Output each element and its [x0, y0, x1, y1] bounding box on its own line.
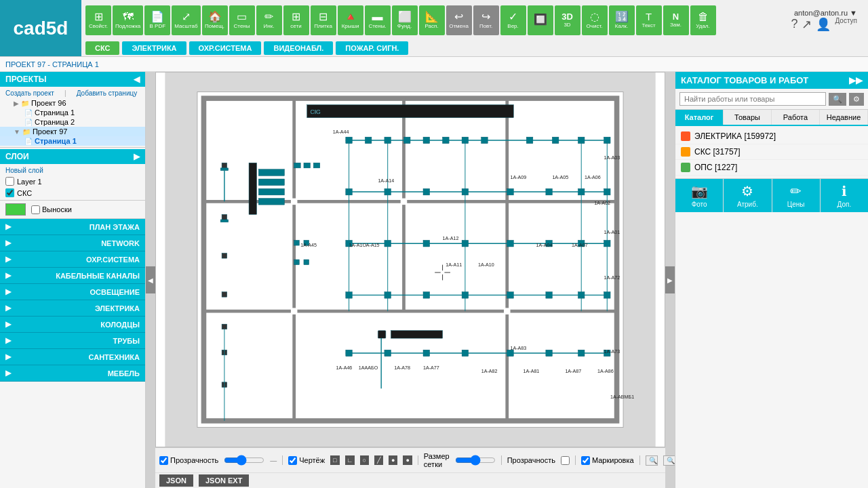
svg-rect-83 — [258, 169, 284, 176]
section-plan[interactable]: ▶ПЛАН ЭТАЖА — [0, 219, 145, 235]
color-picker[interactable] — [5, 203, 26, 216]
tb-ver[interactable]: ✓Вер. — [500, 5, 526, 35]
tab-sks[interactable]: СКС — [85, 41, 119, 55]
action-tseny[interactable]: ✏ Цены — [772, 179, 821, 212]
section-kabel[interactable]: ▶КАБЕЛЬНЫЕ КАНАЛЫ — [0, 268, 145, 284]
floorplan[interactable]: CIG — [155, 72, 665, 447]
catalog-item-ops[interactable]: ОПС [1227] — [675, 160, 868, 176]
tree-str1[interactable]: 📄 Страница 1 — [0, 108, 145, 117]
tb-kalk[interactable]: 🔢Калк. — [609, 5, 635, 35]
tb-otmena[interactable]: ↩Отмена — [446, 5, 472, 35]
tree-proj96[interactable]: ▶ 📁 Проект 96 — [0, 98, 145, 108]
search-plus-button[interactable]: 🔍 — [663, 455, 675, 466]
section-truby[interactable]: ▶ТРУБЫ — [0, 333, 145, 349]
prozrachnost2-label: Прозрачность — [507, 456, 555, 464]
prozrachnost-slider[interactable] — [224, 455, 264, 466]
tb-seti[interactable]: ⊞сети — [283, 5, 309, 35]
draw-tool-dot1[interactable]: ● — [389, 455, 397, 465]
tb-ink[interactable]: ✏Инк. — [256, 5, 282, 35]
catalog-settings-button[interactable]: ⚙ — [849, 93, 864, 106]
json-ext-button[interactable]: JSON EXT — [199, 474, 249, 487]
section-osv[interactable]: ▶ОСВЕЩЕНИЕ — [0, 284, 145, 300]
tb-fund[interactable]: ⬜Фунд. — [392, 5, 418, 35]
tb-povt[interactable]: ↪Повт. — [473, 5, 499, 35]
catalog-item-sks[interactable]: СКС [31757] — [675, 144, 868, 160]
collapse-left-button[interactable]: ◀ — [146, 266, 155, 293]
action-foto[interactable]: 📷 Фото — [675, 179, 724, 212]
markirovka-checkbox[interactable] — [581, 456, 590, 465]
section-okhr[interactable]: ▶ОХР.СИСТЕМА — [0, 251, 145, 268]
svg-text:1A-A02: 1A-A02 — [594, 201, 610, 206]
tb-plitka[interactable]: ⊟Плитка — [311, 5, 336, 35]
draw-tool-dot2[interactable]: ● — [403, 455, 412, 465]
tb-bpdf[interactable]: 📄В PDF — [144, 5, 170, 35]
section-santekh[interactable]: ▶САНТЕХНИКА — [0, 349, 145, 365]
tb-masshtab[interactable]: ⤢Масштаб — [172, 5, 200, 35]
svg-text:1A-A46: 1A-A46 — [336, 365, 353, 371]
toolbar-row1: ⊞Свойст. 🗺Подложка 📄В PDF ⤢Масштаб 🏠Поме… — [81, 0, 868, 40]
catalog-search-button[interactable]: 🔍 — [829, 93, 846, 106]
create-project-link[interactable]: Создать проект — [0, 88, 60, 98]
draw-tool-rect[interactable]: □ — [330, 455, 339, 465]
tb-podlozhka[interactable]: 🗺Подложка — [113, 5, 143, 35]
layer-cks[interactable]: СКС — [0, 187, 145, 199]
layer-layer1[interactable]: Layer 1 — [0, 176, 145, 187]
tb-svoyst[interactable]: ⊞Свойст. — [85, 5, 111, 35]
access-button[interactable]: 👤 — [816, 17, 831, 32]
tb-rasp[interactable]: 📐Расп. — [419, 5, 445, 35]
tb-3d[interactable]: 3D3D — [555, 5, 580, 35]
section-kolodtsy[interactable]: ▶КОЛОДЦЫ — [0, 317, 145, 333]
tb-d3[interactable]: 🔲 — [528, 5, 553, 35]
tb-tekst[interactable]: TТекст — [636, 5, 662, 35]
json-button[interactable]: JSON — [159, 474, 193, 487]
tab-katalog[interactable]: Каталог — [675, 110, 724, 125]
share-button[interactable]: ↗ — [802, 17, 812, 32]
section-mebel[interactable]: ▶МЕБЕЛЬ — [0, 365, 145, 382]
vynoska-checkbox[interactable] — [31, 205, 40, 214]
tab-pozhar[interactable]: ПОЖАР. СИГН. — [336, 41, 408, 55]
catalog-item-elektrika[interactable]: ЭЛЕКТРИКА [159972] — [675, 129, 868, 144]
tab-videonab[interactable]: ВИДЕОНАБЛ. — [264, 41, 333, 55]
chertezh-checkbox[interactable] — [288, 456, 297, 465]
canvas-area[interactable]: ◀ ▶ — [146, 72, 675, 488]
razmer-slider[interactable] — [455, 455, 496, 466]
action-atrib[interactable]: ⚙ Атриб. — [724, 179, 772, 212]
prozrachnost-checkbox[interactable] — [159, 456, 168, 465]
action-dop[interactable]: ℹ Доп. — [821, 179, 868, 212]
collapse-right-button[interactable]: ▶ — [665, 266, 675, 293]
svg-text:1A-A09: 1A-A09 — [511, 175, 527, 180]
catalog-search-input[interactable] — [679, 92, 826, 106]
prozrachnost2-checkbox[interactable] — [561, 456, 570, 465]
tb-zam[interactable]: NЗам. — [663, 5, 689, 35]
svg-text:1A-A03: 1A-A03 — [604, 155, 620, 161]
section-elektrika[interactable]: ▶ЭЛЕКТРИКА — [0, 300, 145, 317]
tb-pomesh[interactable]: 🏠Помещ. — [202, 5, 228, 35]
tree-str97p1[interactable]: 📄 Страница 1 — [0, 136, 145, 146]
tb-kryshi[interactable]: 🔺Крыши — [338, 5, 363, 35]
tab-rabota[interactable]: Работа — [772, 110, 820, 125]
tab-tovary[interactable]: Товары — [724, 110, 772, 125]
tb-udalit[interactable]: 🗑Удал. — [690, 5, 716, 35]
draw-tool-corner[interactable]: ∟ — [345, 455, 355, 465]
tab-okhr[interactable]: ОХР.СИСТЕМА — [189, 41, 262, 55]
draw-tool-line[interactable]: ╱ — [374, 455, 383, 465]
tb-steny[interactable]: ▭Стены — [229, 5, 255, 35]
divider2 — [418, 455, 418, 465]
svg-rect-13 — [220, 168, 228, 171]
svg-rect-67 — [391, 331, 442, 338]
tb-ochist[interactable]: ◌Очист. — [582, 5, 608, 35]
svg-rect-66 — [378, 331, 385, 338]
tab-nedavnie[interactable]: Недавние — [820, 110, 868, 125]
section-network[interactable]: ▶NETWORK — [0, 235, 145, 251]
tree-proj97[interactable]: ▼ 📁 Проект 97 — [0, 127, 145, 136]
draw-tool-circle[interactable]: ○ — [360, 455, 369, 465]
search-minus-button[interactable]: 🔍 — [646, 455, 658, 466]
tree-str2[interactable]: 📄 Страница 2 — [0, 117, 145, 127]
cks-checkbox[interactable] — [5, 188, 14, 197]
add-page-link[interactable]: Добавить страницу — [71, 88, 143, 98]
layer1-checkbox[interactable] — [5, 177, 14, 186]
tab-elektrika[interactable]: ЭЛЕКТРИКА — [122, 41, 186, 55]
new-layer-link[interactable]: Новый слой — [0, 165, 49, 176]
tb-steny2[interactable]: ▬Стены. — [365, 5, 391, 35]
help-button[interactable]: ? — [791, 17, 797, 32]
